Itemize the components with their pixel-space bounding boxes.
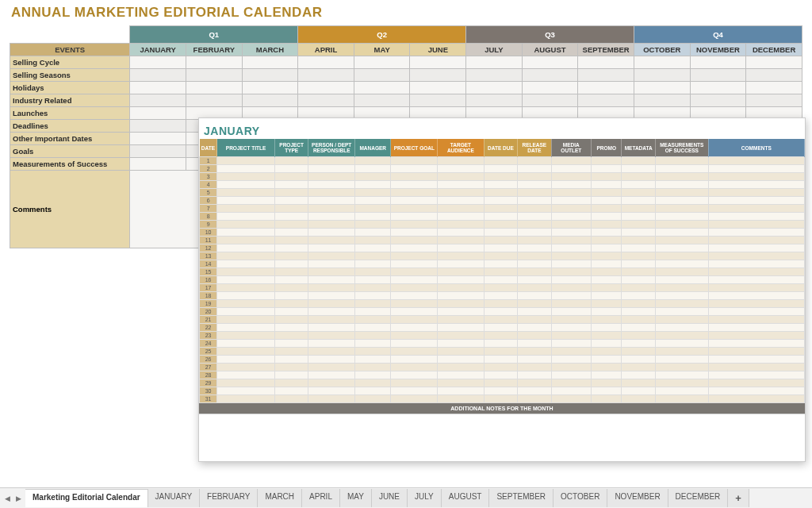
detail-cell[interactable]: [217, 292, 275, 300]
detail-cell[interactable]: [391, 284, 438, 292]
event-cell[interactable]: [354, 94, 410, 107]
detail-cell[interactable]: [438, 316, 485, 324]
event-cell[interactable]: [634, 56, 690, 69]
detail-cell[interactable]: [551, 205, 592, 213]
event-cell[interactable]: [242, 56, 298, 69]
detail-cell[interactable]: [518, 237, 551, 244]
detail-cell[interactable]: [274, 276, 308, 284]
detail-cell[interactable]: [391, 229, 438, 237]
detail-cell[interactable]: [217, 371, 275, 379]
detail-cell[interactable]: [308, 157, 355, 165]
detail-cell[interactable]: [708, 229, 804, 237]
detail-cell[interactable]: [391, 340, 438, 348]
detail-cell[interactable]: [274, 173, 308, 181]
detail-cell[interactable]: [708, 276, 804, 284]
detail-cell[interactable]: [438, 260, 485, 268]
detail-cell[interactable]: [655, 316, 708, 324]
detail-cell[interactable]: [355, 348, 391, 356]
event-cell[interactable]: [186, 69, 242, 82]
detail-cell[interactable]: [592, 229, 622, 237]
detail-cell[interactable]: [592, 332, 622, 340]
detail-cell[interactable]: [274, 395, 308, 403]
detail-cell[interactable]: [484, 356, 517, 364]
detail-cell[interactable]: [484, 340, 517, 348]
detail-cell[interactable]: [551, 387, 592, 395]
detail-cell[interactable]: [592, 165, 622, 173]
detail-cell[interactable]: [274, 332, 308, 340]
event-cell[interactable]: [466, 69, 523, 82]
detail-cell[interactable]: [391, 316, 438, 324]
detail-cell[interactable]: [708, 213, 804, 221]
detail-cell[interactable]: [551, 308, 592, 316]
event-cell[interactable]: [522, 94, 578, 107]
detail-cell[interactable]: [551, 348, 592, 356]
detail-cell[interactable]: [518, 324, 551, 332]
detail-cell[interactable]: [622, 244, 655, 252]
detail-cell[interactable]: [355, 165, 391, 173]
sheet-tab[interactable]: OCTOBER: [553, 489, 607, 507]
detail-cell[interactable]: [217, 213, 275, 221]
detail-cell[interactable]: [355, 292, 391, 300]
detail-cell[interactable]: [655, 371, 708, 379]
detail-cell[interactable]: [308, 260, 355, 268]
event-cell[interactable]: [466, 56, 523, 69]
detail-cell[interactable]: [391, 332, 438, 340]
detail-cell[interactable]: [622, 356, 655, 364]
detail-cell[interactable]: [438, 229, 485, 237]
detail-cell[interactable]: [274, 237, 308, 244]
detail-cell[interactable]: [355, 221, 391, 229]
detail-cell[interactable]: [217, 300, 275, 308]
detail-cell[interactable]: [484, 387, 517, 395]
detail-cell[interactable]: [592, 197, 622, 205]
detail-cell[interactable]: [355, 308, 391, 316]
event-cell[interactable]: [298, 82, 354, 94]
detail-cell[interactable]: [274, 268, 308, 276]
detail-cell[interactable]: [518, 157, 551, 165]
detail-cell[interactable]: [274, 213, 308, 221]
detail-cell[interactable]: [391, 244, 438, 252]
detail-cell[interactable]: [655, 324, 708, 332]
detail-cell[interactable]: [708, 189, 804, 197]
detail-cell[interactable]: [655, 181, 708, 189]
detail-cell[interactable]: [274, 292, 308, 300]
detail-cell[interactable]: [217, 324, 275, 332]
event-cell[interactable]: [410, 82, 466, 94]
detail-cell[interactable]: [484, 252, 517, 260]
detail-cell[interactable]: [708, 348, 804, 356]
detail-cell[interactable]: [484, 364, 517, 371]
detail-cell[interactable]: [217, 332, 275, 340]
detail-cell[interactable]: [708, 221, 804, 229]
detail-cell[interactable]: [551, 213, 592, 221]
detail-cell[interactable]: [518, 316, 551, 324]
detail-cell[interactable]: [592, 213, 622, 221]
detail-cell[interactable]: [355, 387, 391, 395]
detail-cell[interactable]: [622, 252, 655, 260]
detail-cell[interactable]: [655, 221, 708, 229]
event-cell[interactable]: [746, 94, 802, 107]
detail-cell[interactable]: [622, 308, 655, 316]
detail-cell[interactable]: [484, 324, 517, 332]
event-cell[interactable]: [186, 82, 242, 94]
detail-cell[interactable]: [308, 348, 355, 356]
detail-cell[interactable]: [655, 252, 708, 260]
detail-cell[interactable]: [438, 324, 485, 332]
detail-cell[interactable]: [391, 173, 438, 181]
detail-cell[interactable]: [274, 387, 308, 395]
detail-cell[interactable]: [391, 197, 438, 205]
detail-cell[interactable]: [355, 356, 391, 364]
detail-cell[interactable]: [708, 181, 804, 189]
detail-cell[interactable]: [355, 197, 391, 205]
detail-cell[interactable]: [708, 157, 804, 165]
event-cell[interactable]: [466, 82, 523, 94]
detail-cell[interactable]: [551, 244, 592, 252]
event-cell[interactable]: [130, 133, 186, 145]
detail-cell[interactable]: [622, 189, 655, 197]
detail-cell[interactable]: [622, 197, 655, 205]
detail-cell[interactable]: [308, 197, 355, 205]
detail-cell[interactable]: [655, 276, 708, 284]
detail-cell[interactable]: [308, 213, 355, 221]
detail-cell[interactable]: [438, 348, 485, 356]
detail-cell[interactable]: [622, 324, 655, 332]
detail-cell[interactable]: [274, 356, 308, 364]
detail-cell[interactable]: [551, 284, 592, 292]
